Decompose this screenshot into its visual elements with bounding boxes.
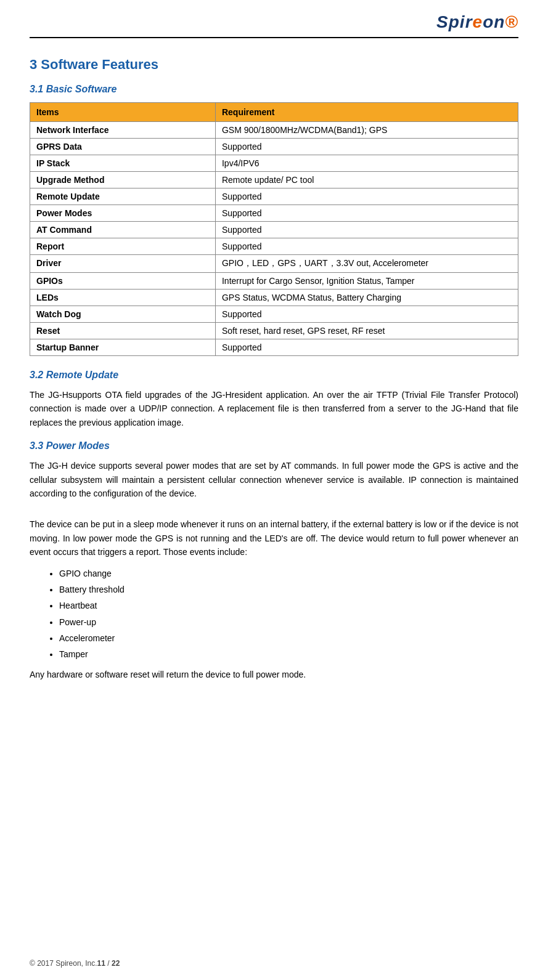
table-cell-requirement: Supported xyxy=(215,306,518,323)
table-row: LEDsGPS Status, WCDMA Status, Battery Ch… xyxy=(30,290,518,306)
table-row: GPRS DataSupported xyxy=(30,139,518,155)
table-row: GPIOsInterrupt for Cargo Sensor, Ignitio… xyxy=(30,273,518,290)
table-row: Network InterfaceGSM 900/1800MHz/WCDMA(B… xyxy=(30,122,518,139)
table-cell-item: Driver xyxy=(30,255,216,273)
section32-body: The JG-Hsupports OTA field upgrades of t… xyxy=(30,388,518,429)
table-cell-item: Network Interface xyxy=(30,122,216,139)
table-cell-item: LEDs xyxy=(30,290,216,306)
table-row: Watch DogSupported xyxy=(30,306,518,323)
table-row: Startup BannerSupported xyxy=(30,339,518,356)
table-row: Upgrade MethodRemote update/ PC tool xyxy=(30,172,518,188)
footer: © 2017 Spireon, Inc.11 / 22 xyxy=(30,959,120,968)
section31-title: 3.1 Basic Software xyxy=(30,84,518,95)
table-row: DriverGPIO，LED，GPS，UART，3.3V out, Accele… xyxy=(30,255,518,273)
section32-title: 3.2 Remote Update xyxy=(30,370,518,381)
list-item: Battery threshold xyxy=(59,583,518,596)
list-item: GPIO change xyxy=(59,567,518,580)
section33-body3: Any hardware or software reset will retu… xyxy=(30,668,518,681)
table-cell-requirement: Supported xyxy=(215,139,518,155)
section33-body1: The JG-H device supports several power m… xyxy=(30,459,518,500)
list-item: Heartbeat xyxy=(59,599,518,612)
footer-text: © 2017 Spireon, Inc.11 / 22 xyxy=(30,959,120,968)
table-row: AT CommandSupported xyxy=(30,222,518,238)
table-cell-item: GPRS Data xyxy=(30,139,216,155)
table-cell-requirement: Supported xyxy=(215,222,518,238)
table-cell-item: IP Stack xyxy=(30,155,216,172)
table-cell-requirement: Supported xyxy=(215,205,518,222)
table-row: IP StackIpv4/IPV6 xyxy=(30,155,518,172)
table-row: Remote UpdateSupported xyxy=(30,188,518,205)
table-cell-requirement: GPS Status, WCDMA Status, Battery Chargi… xyxy=(215,290,518,306)
table-cell-item: Upgrade Method xyxy=(30,172,216,188)
basic-software-table: Items Requirement Network InterfaceGSM 9… xyxy=(30,102,518,356)
table-cell-item: Startup Banner xyxy=(30,339,216,356)
list-item: Accelerometer xyxy=(59,631,518,645)
table-cell-item: AT Command xyxy=(30,222,216,238)
table-cell-requirement: Supported xyxy=(215,238,518,255)
table-cell-item: Reset xyxy=(30,323,216,339)
table-row: Power ModesSupported xyxy=(30,205,518,222)
section33-body2: The device can be put in a sleep mode wh… xyxy=(30,517,518,559)
list-item: Power-up xyxy=(59,615,518,629)
table-row: ResetSoft reset, hard reset, GPS reset, … xyxy=(30,323,518,339)
section3-title: 3 Software Features xyxy=(30,57,518,73)
table-header-items: Items xyxy=(30,103,216,122)
list-item: Tamper xyxy=(59,647,518,661)
table-cell-requirement: Soft reset, hard reset, GPS reset, RF re… xyxy=(215,323,518,339)
table-cell-item: Remote Update xyxy=(30,188,216,205)
page: Spireon® 3 Software Features 3.1 Basic S… xyxy=(0,0,548,980)
header: Spireon® xyxy=(30,12,518,38)
section33-title: 3.3 Power Modes xyxy=(30,440,518,452)
table-cell-requirement: Supported xyxy=(215,188,518,205)
table-header-requirement: Requirement xyxy=(215,103,518,122)
bullet-list: GPIO changeBattery thresholdHeartbeatPow… xyxy=(59,567,518,662)
table-cell-item: GPIOs xyxy=(30,273,216,290)
table-cell-item: Watch Dog xyxy=(30,306,216,323)
logo: Spireon® xyxy=(436,12,518,32)
table-cell-requirement: Remote update/ PC tool xyxy=(215,172,518,188)
table-cell-item: Power Modes xyxy=(30,205,216,222)
table-cell-requirement: Ipv4/IPV6 xyxy=(215,155,518,172)
table-cell-requirement: Interrupt for Cargo Sensor, Ignition Sta… xyxy=(215,273,518,290)
table-cell-item: Report xyxy=(30,238,216,255)
table-cell-requirement: Supported xyxy=(215,339,518,356)
table-row: ReportSupported xyxy=(30,238,518,255)
table-cell-requirement: GSM 900/1800MHz/WCDMA(Band1); GPS xyxy=(215,122,518,139)
table-cell-requirement: GPIO，LED，GPS，UART，3.3V out, Acceleromete… xyxy=(215,255,518,273)
